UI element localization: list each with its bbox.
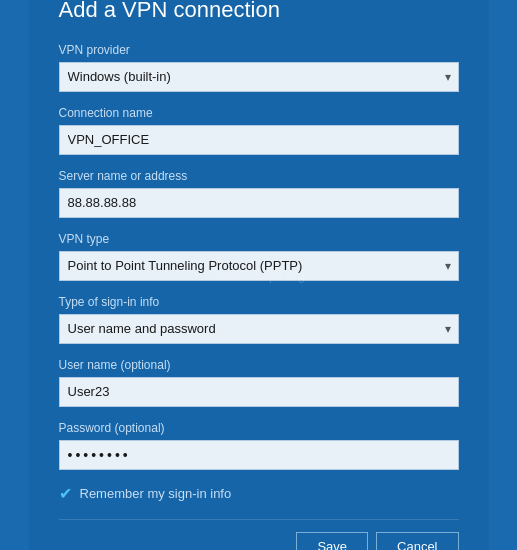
checkmark-icon: ✔ <box>59 484 72 503</box>
connection-name-label: Connection name <box>59 106 459 120</box>
vpn-type-group: VPN type Point to Point Tunneling Protoc… <box>59 232 459 281</box>
sign-in-type-select[interactable]: User name and password <box>59 314 459 344</box>
vpn-dialog: www.wintips.org Add a VPN connection VPN… <box>29 0 489 550</box>
remember-label: Remember my sign-in info <box>80 486 232 501</box>
server-name-label: Server name or address <box>59 169 459 183</box>
save-button[interactable]: Save <box>296 532 368 551</box>
vpn-provider-label: VPN provider <box>59 43 459 57</box>
button-row: Save Cancel <box>59 519 459 551</box>
server-name-group: Server name or address <box>59 169 459 218</box>
cancel-button[interactable]: Cancel <box>376 532 458 551</box>
connection-name-input[interactable] <box>59 125 459 155</box>
vpn-type-label: VPN type <box>59 232 459 246</box>
connection-name-group: Connection name <box>59 106 459 155</box>
password-input[interactable] <box>59 440 459 470</box>
vpn-provider-select[interactable]: Windows (built-in) <box>59 62 459 92</box>
password-group: Password (optional) <box>59 421 459 470</box>
server-name-input[interactable] <box>59 188 459 218</box>
sign-in-type-group: Type of sign-in info User name and passw… <box>59 295 459 344</box>
vpn-type-select-wrapper: Point to Point Tunneling Protocol (PPTP)… <box>59 251 459 281</box>
vpn-type-select[interactable]: Point to Point Tunneling Protocol (PPTP) <box>59 251 459 281</box>
username-input[interactable] <box>59 377 459 407</box>
sign-in-type-select-wrapper: User name and password ▾ <box>59 314 459 344</box>
vpn-provider-select-wrapper: Windows (built-in) ▾ <box>59 62 459 92</box>
sign-in-type-label: Type of sign-in info <box>59 295 459 309</box>
remember-checkbox-row[interactable]: ✔ Remember my sign-in info <box>59 484 459 503</box>
password-label: Password (optional) <box>59 421 459 435</box>
username-group: User name (optional) <box>59 358 459 407</box>
username-label: User name (optional) <box>59 358 459 372</box>
vpn-provider-group: VPN provider Windows (built-in) ▾ <box>59 43 459 92</box>
dialog-title: Add a VPN connection <box>59 0 459 23</box>
